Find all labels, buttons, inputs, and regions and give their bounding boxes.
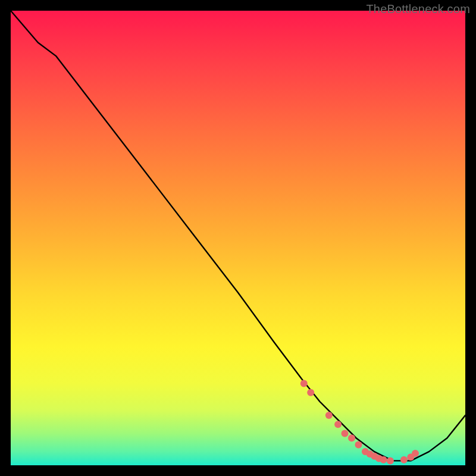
data-dot <box>348 434 355 441</box>
dots-group <box>300 380 419 465</box>
data-dot <box>380 456 387 464</box>
chart-plot-area <box>11 11 465 465</box>
data-dot <box>334 421 342 428</box>
data-dot <box>412 450 419 457</box>
data-dot <box>342 430 349 437</box>
data-dot <box>355 441 362 449</box>
data-dot <box>387 457 394 464</box>
data-dot <box>325 412 333 419</box>
data-dot <box>307 389 314 396</box>
data-dot <box>400 456 408 464</box>
bottleneck-curve <box>11 11 465 461</box>
curve-layer <box>11 11 465 465</box>
curve-group <box>11 11 465 461</box>
chart-stage: TheBottleneck.com <box>0 0 476 476</box>
data-dot <box>300 380 308 387</box>
watermark-text: TheBottleneck.com <box>366 2 470 16</box>
